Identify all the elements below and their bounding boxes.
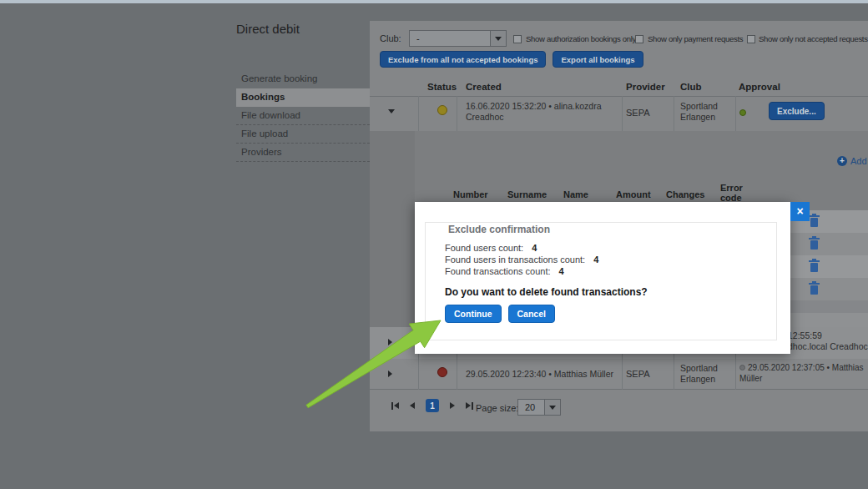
previous-page-button[interactable]: [410, 402, 415, 409]
expander-column: [370, 131, 415, 327]
status-red-icon: [437, 367, 447, 377]
collapse-row-icon[interactable]: [388, 109, 395, 113]
column-header-club: Club: [680, 82, 702, 92]
first-page-button[interactable]: [391, 402, 399, 410]
subcolumn-header-name: Name: [563, 189, 588, 199]
created-cell: 16.06.2020 15:32:20 • alina.kozdra Cread…: [466, 101, 624, 123]
subcolumn-header-amount: Amount: [616, 189, 651, 199]
club-cell: Sportland Erlangen: [680, 363, 726, 385]
show-authorization-bookings-label: Show authorization bookings only: [526, 34, 636, 43]
page-size-value: 20: [518, 400, 544, 415]
delete-transaction-icon[interactable]: [810, 263, 818, 272]
delete-transaction-icon[interactable]: [810, 240, 818, 250]
sidebar-item-generate-booking[interactable]: Generate booking: [236, 70, 370, 88]
dialog-title: Exclude confirmation: [448, 224, 550, 235]
close-icon[interactable]: ×: [790, 202, 810, 221]
column-header-created: Created: [466, 82, 502, 92]
exclude-confirmation-dialog: × Exclude confirmation Found users count…: [415, 202, 790, 354]
next-page-button[interactable]: [450, 402, 455, 409]
pagination: 1: [391, 399, 473, 412]
delete-transaction-icon[interactable]: [810, 285, 818, 295]
show-only-not-accepted-label: Show only not accepted requests: [759, 34, 868, 43]
club-select-arrow-button[interactable]: [490, 31, 506, 46]
chevron-down-icon: [549, 406, 556, 410]
subcolumn-header-error-code: Error code: [720, 183, 755, 203]
column-header-approval: Approval: [739, 82, 780, 92]
approval-green-icon: [739, 109, 746, 116]
expand-row-icon[interactable]: [388, 371, 392, 377]
direct-debit-page: Direct debit Generate booking Bookings F…: [0, 0, 868, 489]
sidebar-item-file-upload[interactable]: File upload: [236, 125, 370, 144]
found-users-count-line: Found users count:4: [445, 243, 537, 253]
sidebar-item-file-download[interactable]: File download: [236, 107, 370, 125]
club-cell: Sportland Erlangen: [680, 101, 726, 123]
provider-cell: SEPA: [626, 369, 650, 379]
approval-cell: 29.05.2020 12:37:05 • Matthias Müller: [739, 362, 868, 384]
created-cell: 29.05.2020 12:23:40 • Matthias Müller: [466, 369, 613, 379]
show-only-payment-requests-label: Show only payment requests: [648, 34, 743, 43]
expand-row-icon[interactable]: [388, 339, 392, 345]
found-transactions-count-line: Found transactions count:4: [445, 266, 564, 276]
current-page-button[interactable]: 1: [426, 399, 439, 412]
delete-transaction-icon[interactable]: [810, 218, 818, 227]
continue-button[interactable]: Continue: [445, 305, 502, 323]
exclude-from-all-button[interactable]: Exclude from all not accepted bookings: [380, 51, 546, 68]
subcolumn-header-changes: Changes: [666, 189, 704, 199]
approval-cell-partial: 12:55:59 dhoc.local Creadhoc: [788, 330, 868, 352]
club-select[interactable]: -: [409, 30, 507, 47]
column-header-status: Status: [427, 82, 457, 92]
found-users-in-transactions-line: Found users in transactions count:4: [445, 255, 598, 265]
subcolumn-header-number: Number: [453, 189, 488, 199]
page-size-arrow-button[interactable]: [544, 400, 560, 415]
exclude-row-button[interactable]: Exclude...: [769, 102, 825, 120]
add-icon: +: [837, 156, 847, 166]
show-authorization-bookings-checkbox[interactable]: [513, 35, 522, 43]
club-select-value: -: [410, 31, 490, 46]
export-all-bookings-button[interactable]: Export all bookings: [553, 51, 643, 68]
last-page-button[interactable]: [466, 402, 473, 410]
approval-gray-icon: [739, 365, 745, 371]
club-label: Club:: [380, 33, 401, 43]
subcolumn-header-surname: Surname: [507, 189, 547, 199]
status-yellow-icon: [437, 105, 447, 115]
sidebar: Generate booking Bookings File download …: [236, 70, 370, 162]
dialog-question: Do you want to delete found transactions…: [445, 286, 648, 298]
add-transaction-link[interactable]: Add: [850, 156, 867, 166]
sidebar-item-providers[interactable]: Providers: [236, 144, 370, 162]
table-row: 29.05.2020 12:23:40 • Matthias Müller SE…: [370, 359, 868, 390]
cancel-button[interactable]: Cancel: [508, 305, 555, 323]
top-strip: [0, 0, 868, 3]
show-only-not-accepted-checkbox[interactable]: [747, 35, 755, 43]
chevron-down-icon: [495, 37, 502, 41]
page-size-label: Page size:: [476, 403, 518, 413]
sidebar-item-bookings[interactable]: Bookings: [236, 88, 370, 107]
provider-cell: SEPA: [626, 108, 650, 118]
show-only-payment-requests-checkbox[interactable]: [635, 35, 643, 43]
page-size-select[interactable]: 20: [517, 399, 561, 416]
column-header-provider: Provider: [626, 82, 665, 92]
page-title: Direct debit: [236, 22, 300, 36]
